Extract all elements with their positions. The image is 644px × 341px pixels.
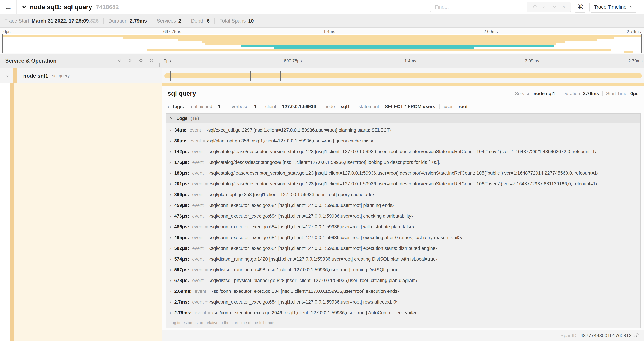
timeline-tick-label: 1.4ms — [404, 58, 416, 63]
prev-match-icon[interactable] — [542, 4, 547, 10]
viewport-handle-right[interactable] — [641, 35, 642, 53]
log-row[interactable]: ›502μs:event=‹sql/conn_executor_exec.go:… — [166, 243, 640, 254]
chevron-right-icon[interactable]: › — [170, 160, 171, 165]
log-row[interactable]: ›176μs:event=‹sql/catalog/descs/descript… — [166, 157, 640, 168]
tag-key: user — [444, 104, 453, 109]
logs-header[interactable]: Logs (18) — [166, 114, 640, 123]
log-field-key: event — [190, 138, 201, 144]
log-row[interactable]: ›2.7ms:event=‹sql/conn_executor_exec.go:… — [166, 297, 640, 307]
link-icon[interactable] — [634, 332, 639, 339]
log-row[interactable]: ›142μs:event=‹sql/catalog/lease/descript… — [166, 146, 640, 157]
equals-sign: = — [208, 289, 210, 294]
minimap-canvas[interactable] — [2, 34, 642, 53]
log-marker — [248, 71, 248, 81]
chevron-right-icon[interactable]: › — [170, 192, 171, 197]
back-button[interactable]: ← — [0, 0, 16, 14]
log-row[interactable]: ›495μs:event=‹sql/conn_executor_exec.go:… — [166, 232, 640, 243]
chevron-right-icon[interactable]: › — [170, 127, 171, 133]
stat-item: Duration2.79ms — [103, 18, 152, 24]
timeline-tick-label: 2.09ms — [484, 29, 498, 34]
chevron-right-icon[interactable]: › — [170, 170, 171, 176]
timeline-gridline — [524, 69, 524, 83]
equals-sign: = — [336, 105, 339, 109]
log-row[interactable]: ›678μs:event=‹sql/distsql_physical_plann… — [166, 275, 640, 286]
keyboard-shortcuts-button[interactable]: ⌘ — [574, 2, 586, 13]
next-match-icon[interactable] — [552, 4, 557, 10]
timeline-ruler[interactable]: 0μs697.75μs1.4ms2.09ms2.79ms — [162, 54, 644, 68]
chevron-right-icon[interactable]: › — [170, 213, 171, 219]
log-field-key: event — [192, 278, 204, 283]
log-row[interactable]: ›366μs:event=‹sql/plan_opt.go:358 [nsql1… — [166, 189, 640, 200]
chevron-right-icon[interactable]: › — [170, 235, 171, 240]
log-row[interactable]: ›80μs:event=‹sql/plan_opt.go:358 [nsql1,… — [166, 136, 640, 146]
span-name-cell[interactable]: node sql1 sql query — [0, 69, 162, 83]
equals-sign: = — [205, 171, 208, 176]
log-row[interactable]: ›34μs:event=‹sql/exec_util.go:2297 [nsql… — [166, 125, 640, 136]
service-operation-header: Service & Operation — [0, 54, 162, 68]
clear-search-icon[interactable]: ✕ — [562, 4, 566, 10]
span-bar-layer — [164, 69, 642, 83]
span-bar-cell[interactable] — [162, 69, 644, 83]
equals-sign: = — [203, 139, 205, 143]
log-marker — [250, 71, 251, 81]
chevron-right-icon[interactable]: › — [170, 138, 171, 144]
chevron-right-icon[interactable]: › — [170, 299, 171, 305]
stat-item: Trace StartMarch 31 2022, 17:25:09.326 — [4, 18, 103, 24]
tag-key: node — [324, 104, 335, 109]
stat-value: 10 — [248, 18, 254, 24]
log-row[interactable]: ›201μs:event=‹sql/catalog/lease/descript… — [166, 178, 640, 189]
log-field-value: ‹sql/conn_executor_exec.go:684 [nsql1,cl… — [209, 203, 394, 208]
chevron-right-icon[interactable]: › — [170, 245, 171, 251]
timeline-tick-label: 697.75μs — [163, 29, 181, 34]
stat-value: 2 — [178, 18, 181, 24]
span-detail-title: sql query — [168, 90, 196, 97]
log-field-value: ‹sql/conn_executor_exec.go:2046 [nsql1,c… — [212, 310, 416, 315]
expand-all-icon[interactable] — [149, 58, 154, 64]
stat-muted-suffix: .326 — [89, 18, 98, 24]
log-row[interactable]: ›2.69ms:event=‹sql/conn_executor_exec.go… — [166, 286, 640, 297]
log-field-value: ‹sql/conn_executor_exec.go:684 [nsql1,cl… — [209, 246, 437, 251]
equals-sign: = — [205, 182, 208, 186]
log-marker — [262, 71, 263, 81]
log-row[interactable]: ›486μs:event=‹sql/conn_executor_exec.go:… — [166, 221, 640, 232]
tags-row[interactable]: › Tags: _unfinished=1_verbose=1client=12… — [166, 101, 640, 113]
log-field-key: event — [192, 246, 204, 251]
timeline-gridline — [282, 54, 283, 68]
log-row[interactable]: ›189μs:event=‹sql/catalog/lease/descript… — [166, 168, 640, 178]
log-marker — [199, 71, 199, 81]
locate-icon[interactable] — [532, 4, 537, 10]
log-timestamp: 2.7ms: — [174, 299, 189, 305]
log-field-key: event — [190, 128, 201, 133]
chevron-right-icon[interactable]: › — [170, 288, 171, 294]
collapse-trace-chevron-icon[interactable] — [21, 4, 27, 11]
log-row[interactable]: ›574μs:event=‹sql/distsql_running.go:142… — [166, 254, 640, 264]
log-timestamp: 80μs: — [174, 138, 186, 144]
chevron-right-icon[interactable]: › — [170, 203, 171, 208]
log-row[interactable]: ›597μs:event=‹sql/distsql_running.go:498… — [166, 264, 640, 275]
log-row[interactable]: ›459μs:event=‹sql/conn_executor_exec.go:… — [166, 200, 640, 211]
view-selector-button[interactable]: Trace Timeline — [590, 2, 638, 13]
collapse-one-icon[interactable] — [117, 58, 122, 64]
chevron-right-icon[interactable]: › — [170, 256, 171, 262]
chevron-right-icon[interactable]: › — [170, 267, 171, 272]
row-collapse-controls — [117, 58, 162, 64]
column-resizer[interactable] — [160, 63, 161, 67]
chevron-right-icon[interactable]: › — [170, 310, 171, 315]
collapse-all-icon[interactable] — [138, 58, 144, 64]
expand-one-icon[interactable] — [128, 58, 133, 64]
detail-area: sql query Service:node sql1Duration:2.79… — [0, 83, 644, 341]
log-row[interactable]: ›476μs:event=‹sql/conn_executor_exec.go:… — [166, 211, 640, 221]
stat-item: Depth6 — [186, 18, 215, 24]
log-marker — [194, 71, 195, 81]
chevron-right-icon[interactable]: › — [170, 149, 171, 154]
search-input[interactable] — [430, 2, 527, 12]
chevron-right-icon[interactable]: › — [170, 181, 171, 187]
span-duration-bar[interactable] — [164, 73, 642, 79]
log-row[interactable]: ›2.79ms:event=‹sql/conn_executor_exec.go… — [166, 307, 640, 318]
viewport-handle-left[interactable] — [2, 35, 3, 53]
timeline-tick-label: 0μs — [164, 58, 171, 63]
chevron-right-icon[interactable]: › — [170, 224, 171, 230]
row-collapse-chevron-icon[interactable] — [5, 74, 9, 78]
chevron-right-icon[interactable]: › — [170, 278, 171, 283]
tag-key: client — [265, 104, 276, 109]
